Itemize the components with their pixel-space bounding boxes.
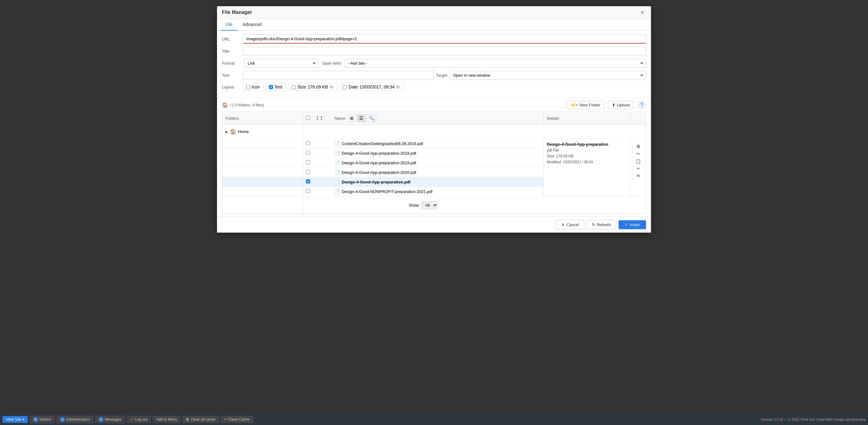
form-area: URL Title Format Link Button Image — [217, 31, 651, 98]
file-name-cell: 📄 Design-4-Good-NONPROFIT-preparation-20… — [335, 189, 540, 194]
sort-za-btn[interactable]: ▲ ▼ — [320, 115, 323, 121]
list-view-button[interactable]: ☰ — [357, 114, 365, 122]
refresh-button[interactable]: ↻ Refresh — [587, 220, 616, 229]
file-checkbox[interactable] — [306, 170, 310, 174]
copy-button[interactable]: 📋 — [636, 159, 641, 164]
insert-button[interactable]: ✓ Insert — [619, 220, 646, 229]
breadcrumb-actions: 📁+ New Folder ⬆ Upload ? — [567, 101, 646, 109]
format-row: Format Link Button Image Open With --Not… — [222, 59, 646, 68]
cancel-label: Cancel — [566, 222, 579, 227]
actions-header — [630, 112, 646, 125]
refresh-label: Refresh — [597, 222, 611, 227]
messages-label: Messages — [105, 417, 122, 422]
clean-cache-btn[interactable]: ✂ Clean Cache — [221, 416, 253, 423]
grid-view-button[interactable]: ⊞ — [348, 114, 356, 122]
details-header: Details — [544, 112, 630, 125]
table-row[interactable]: 📄 ContentCreationGettingstarted06.06.201… — [222, 139, 646, 148]
file-name: ContentCreationGettingstarted06.06.2016.… — [342, 141, 423, 146]
layout-size-checkbox[interactable] — [291, 85, 296, 89]
file-checkbox[interactable] — [306, 179, 310, 183]
view-site-button[interactable]: View Site ▾ — [2, 416, 28, 423]
clean-cache-label: Clean Cache — [228, 417, 250, 422]
view-site-label: View Site — [6, 417, 21, 422]
pdf-icon: 📄 — [335, 179, 340, 185]
edit-button[interactable]: ✏ — [636, 151, 641, 156]
clean-icon: ✂ — [224, 417, 227, 422]
layout-size-item: Size 176.09 KB ↻ — [288, 83, 337, 91]
file-checkbox[interactable] — [306, 160, 310, 164]
add-menu-btn[interactable]: Add to Menu — [153, 416, 181, 423]
target-select[interactable]: Open in new window Same window Parent fr… — [450, 71, 646, 80]
messages-badge: 0 — [99, 417, 103, 422]
clear-cache-btn[interactable]: 🗑 Clear all cache — [182, 416, 219, 423]
tabs-bar: File Advanced — [217, 19, 651, 31]
tab-file[interactable]: File — [221, 19, 238, 31]
layout-date-value: 15/03/2017, 09:34 — [360, 84, 395, 89]
layout-label: Layout — [222, 85, 241, 89]
dropdown-icon: ▾ — [23, 417, 24, 422]
url-input[interactable] — [243, 34, 646, 44]
tab-advanced[interactable]: Advanced — [238, 19, 267, 31]
select-all-checkbox[interactable] — [306, 116, 310, 120]
file-checkbox[interactable] — [306, 141, 310, 145]
layout-date-checkbox[interactable] — [343, 85, 347, 89]
details-modified: Modified: 15/03/2017, 09:34 — [547, 159, 627, 165]
cut-button[interactable]: ✂ — [636, 166, 641, 171]
view-icons: ⊞ ☰ 🔍 — [348, 114, 376, 122]
layout-size-refresh-icon[interactable]: ↻ — [330, 84, 334, 89]
folder-home-label[interactable]: Home — [238, 129, 249, 134]
visitors-label: Visitors — [39, 417, 51, 422]
view-button[interactable]: 👁 — [636, 173, 641, 178]
file-checkbox[interactable] — [306, 151, 310, 155]
messages-btn[interactable]: 0 Messages — [95, 416, 125, 423]
admins-btn[interactable]: 2 Administrators — [57, 416, 93, 423]
title-input[interactable] — [243, 47, 646, 56]
detail-actions-cell — [630, 125, 646, 139]
pdf-icon: 📄 — [335, 189, 340, 194]
layout-icon-checkbox[interactable] — [246, 85, 250, 89]
close-button[interactable]: × — [639, 9, 646, 16]
file-name-cell: 📄 Design-4-Good-App-preparation.pdf — [335, 179, 540, 185]
new-folder-button[interactable]: 📁+ New Folder — [567, 101, 604, 109]
pdf-icon: 📄 — [335, 151, 340, 155]
text-input[interactable] — [243, 71, 434, 80]
layout-text-checkbox[interactable] — [269, 85, 273, 89]
title-row: Title — [222, 47, 646, 56]
modal-body: File Advanced URL Title Format — [217, 19, 651, 233]
file-name-cell: 📄 Design-4-Good-App-preparation-2018.pdf — [335, 151, 540, 155]
new-folder-label: New Folder — [580, 103, 600, 107]
breadcrumb-bar: 🏠 / ( 0 folders, 9 files) 📁+ New Folder … — [222, 101, 646, 109]
delete-button[interactable]: 🗑 — [636, 144, 641, 149]
detail-actions: 🗑 ✏ 📋 ✂ 👁 — [632, 141, 644, 181]
layout-date-refresh-icon[interactable]: ↻ — [396, 84, 400, 89]
add-menu-label: Add to Menu — [156, 417, 177, 422]
open-with-select[interactable]: --Not Set-- Modal Lightbox — [345, 59, 646, 68]
visitors-btn[interactable]: 0 Visitors — [30, 416, 55, 423]
file-manager-section: 🏠 / ( 0 folders, 9 files) 📁+ New Folder … — [217, 98, 651, 217]
sort-az-btn[interactable]: ▲ ▼ — [316, 115, 319, 121]
folder-home-cell: ▶ 🏠 Home — [222, 125, 303, 139]
name-header-row: Name ⊞ ☰ 🔍 — [335, 114, 540, 122]
modal-overlay: File Manager × File Advanced URL Title — [0, 0, 868, 425]
layout-text-label: Text — [274, 84, 282, 89]
layout-size-label: Size — [298, 84, 306, 89]
cancel-button[interactable]: ✕ Cancel — [556, 220, 584, 229]
modal-header: File Manager × — [217, 6, 651, 19]
folder-expand-icon[interactable]: ▶ — [225, 130, 228, 134]
upload-button[interactable]: ⬆ Upload — [608, 101, 634, 109]
pdf-icon: 📄 — [335, 141, 340, 146]
logout-btn[interactable]: — Log out — [127, 416, 151, 423]
insert-checkmark-icon: ✓ — [625, 222, 628, 227]
format-select[interactable]: Link Button Image — [244, 59, 318, 68]
show-select[interactable]: All 10 25 50 — [421, 201, 438, 209]
refresh-icon: ↻ — [592, 222, 595, 227]
logout-label: Log out — [135, 417, 148, 422]
search-button[interactable]: 🔍 — [367, 114, 376, 122]
url-row: URL — [222, 34, 646, 44]
file-name: Design-4-Good-NONPROFIT-preparation-2021… — [342, 189, 432, 194]
home-icon[interactable]: 🏠 — [222, 102, 228, 108]
trash-icon: 🗑 — [186, 417, 189, 422]
file-checkbox[interactable] — [306, 189, 310, 193]
clear-cache-label: Clear all cache — [191, 417, 215, 422]
help-button[interactable]: ? — [638, 101, 646, 109]
